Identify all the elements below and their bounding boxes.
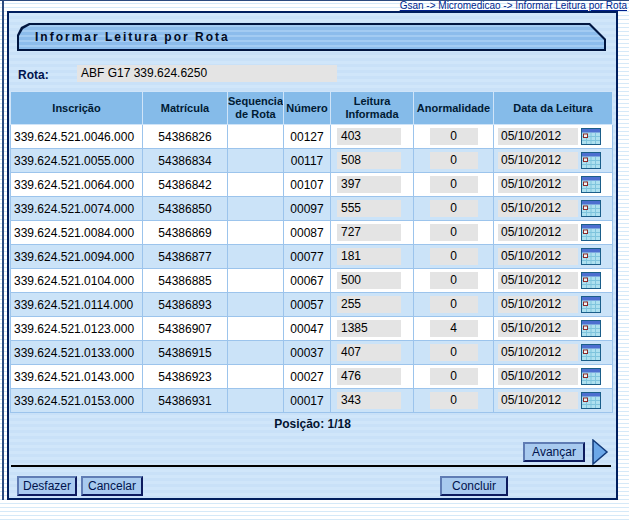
desfazer-button[interactable]: Desfazer — [17, 476, 77, 496]
inscricao-cell: 339.624.521.0104.000 — [11, 269, 143, 293]
inscricao-cell: 339.624.521.0074.000 — [11, 197, 143, 221]
calendar-icon[interactable] — [581, 176, 601, 193]
breadcrumb[interactable]: Gsan -> Micromedicao -> Informar Leitura… — [400, 0, 627, 11]
inscricao-cell: 339.624.521.0046.000 — [11, 125, 143, 149]
numero-cell: 00077 — [284, 245, 331, 269]
calendar-icon[interactable] — [581, 152, 601, 169]
anormalidade-input[interactable]: 0 — [430, 176, 478, 193]
numero-cell: 00037 — [284, 341, 331, 365]
leitura-informada-input[interactable]: 508 — [337, 152, 401, 169]
leitura-informada-input[interactable]: 1385 — [337, 320, 401, 337]
data-leitura-input[interactable]: 05/10/2012 — [498, 392, 578, 409]
inscricao-cell: 339.624.521.0094.000 — [11, 245, 143, 269]
data-leitura-input[interactable]: 05/10/2012 — [498, 224, 578, 241]
data-leitura-input[interactable]: 05/10/2012 — [498, 272, 578, 289]
numero-cell: 00047 — [284, 317, 331, 341]
anormalidade-input[interactable]: 0 — [430, 152, 478, 169]
leitura-informada-input[interactable]: 343 — [337, 392, 401, 409]
sequencial-rota-cell — [228, 173, 284, 197]
matricula-cell: 54386893 — [143, 293, 228, 317]
table-row: 339.624.521.0123.000 54386907 00047 1385… — [11, 317, 613, 341]
calendar-icon[interactable] — [581, 248, 601, 265]
data-leitura-input[interactable]: 05/10/2012 — [498, 368, 578, 385]
page-title: Informar Leitura por Rota — [35, 25, 230, 49]
window-left-border — [2, 0, 4, 500]
leitura-informada-input[interactable]: 181 — [337, 248, 401, 265]
data-leitura-input[interactable]: 05/10/2012 — [498, 200, 578, 217]
avancar-button[interactable]: Avançar — [523, 442, 585, 462]
leitura-informada-input[interactable]: 407 — [337, 344, 401, 361]
sequencial-rota-cell — [228, 221, 284, 245]
inscricao-cell: 339.624.521.0143.000 — [11, 365, 143, 389]
sequencial-rota-cell — [228, 245, 284, 269]
calendar-icon[interactable] — [581, 320, 601, 337]
rota-label: Rota: — [18, 68, 49, 82]
anormalidade-input[interactable]: 0 — [430, 200, 478, 217]
inscricao-cell: 339.624.521.0055.000 — [11, 149, 143, 173]
sequencial-rota-cell — [228, 269, 284, 293]
anormalidade-input[interactable]: 0 — [430, 128, 478, 145]
leitura-informada-input[interactable]: 500 — [337, 272, 401, 289]
data-leitura-input[interactable]: 05/10/2012 — [498, 320, 578, 337]
column-header-6: Data da Leitura — [494, 92, 613, 125]
leitura-informada-input[interactable]: 397 — [337, 176, 401, 193]
table-row: 339.624.521.0064.000 54386842 00107 397 … — [11, 173, 613, 197]
column-header-1: Matrícula — [143, 92, 228, 125]
matricula-cell: 54386877 — [143, 245, 228, 269]
calendar-icon[interactable] — [581, 272, 601, 289]
leitura-informada-input[interactable]: 255 — [337, 296, 401, 313]
table-row: 339.624.521.0104.000 54386885 00067 500 … — [11, 269, 613, 293]
leitura-informada-input[interactable]: 727 — [337, 224, 401, 241]
table-row: 339.624.521.0153.000 54386931 00017 343 … — [11, 389, 613, 413]
data-leitura-input[interactable]: 05/10/2012 — [498, 344, 578, 361]
leitura-informada-input[interactable]: 555 — [337, 200, 401, 217]
calendar-icon[interactable] — [581, 392, 601, 409]
concluir-button[interactable]: Concluir — [440, 476, 508, 496]
numero-cell: 00057 — [284, 293, 331, 317]
matricula-cell: 54386931 — [143, 389, 228, 413]
column-header-4: Leitura Informada — [331, 92, 414, 125]
inscricao-cell: 339.624.521.0084.000 — [11, 221, 143, 245]
inscricao-cell: 339.624.521.0064.000 — [11, 173, 143, 197]
calendar-icon[interactable] — [581, 224, 601, 241]
separator-rule — [11, 465, 611, 467]
table-row: 339.624.521.0114.000 54386893 00057 255 … — [11, 293, 613, 317]
matricula-cell: 54386907 — [143, 317, 228, 341]
table-row: 339.624.521.0094.000 54386877 00077 181 … — [11, 245, 613, 269]
anormalidade-input[interactable]: 0 — [430, 296, 478, 313]
calendar-icon[interactable] — [581, 368, 601, 385]
data-leitura-input[interactable]: 05/10/2012 — [498, 176, 578, 193]
anormalidade-input[interactable]: 4 — [430, 320, 478, 337]
inscricao-cell: 339.624.521.0153.000 — [11, 389, 143, 413]
inscricao-cell: 339.624.521.0123.000 — [11, 317, 143, 341]
calendar-icon[interactable] — [581, 344, 601, 361]
numero-cell: 00097 — [284, 197, 331, 221]
data-leitura-input[interactable]: 05/10/2012 — [498, 296, 578, 313]
anormalidade-input[interactable]: 0 — [430, 344, 478, 361]
calendar-icon[interactable] — [581, 296, 601, 313]
anormalidade-input[interactable]: 0 — [430, 368, 478, 385]
leitura-informada-input[interactable]: 476 — [337, 368, 401, 385]
matricula-cell: 54386850 — [143, 197, 228, 221]
calendar-icon[interactable] — [581, 200, 601, 217]
sequencial-rota-cell — [228, 197, 284, 221]
sequencial-rota-cell — [228, 341, 284, 365]
anormalidade-input[interactable]: 0 — [430, 248, 478, 265]
anormalidade-input[interactable]: 0 — [430, 392, 478, 409]
leitura-informada-input[interactable]: 403 — [337, 128, 401, 145]
sequencial-rota-cell — [228, 389, 284, 413]
anormalidade-input[interactable]: 0 — [430, 272, 478, 289]
inscricao-cell: 339.624.521.0133.000 — [11, 341, 143, 365]
data-leitura-input[interactable]: 05/10/2012 — [498, 248, 578, 265]
anormalidade-input[interactable]: 0 — [430, 224, 478, 241]
matricula-cell: 54386842 — [143, 173, 228, 197]
table-row: 339.624.521.0084.000 54386869 00087 727 … — [11, 221, 613, 245]
readings-table-body: 339.624.521.0046.000 54386826 00127 403 … — [11, 125, 613, 413]
data-leitura-input[interactable]: 05/10/2012 — [498, 128, 578, 145]
table-row: 339.624.521.0055.000 54386834 00117 508 … — [11, 149, 613, 173]
data-leitura-input[interactable]: 05/10/2012 — [498, 152, 578, 169]
rota-value-field[interactable]: ABF G17 339.624.6250 — [77, 65, 337, 82]
sequencial-rota-cell — [228, 149, 284, 173]
cancelar-button[interactable]: Cancelar — [81, 476, 143, 496]
calendar-icon[interactable] — [581, 128, 601, 145]
